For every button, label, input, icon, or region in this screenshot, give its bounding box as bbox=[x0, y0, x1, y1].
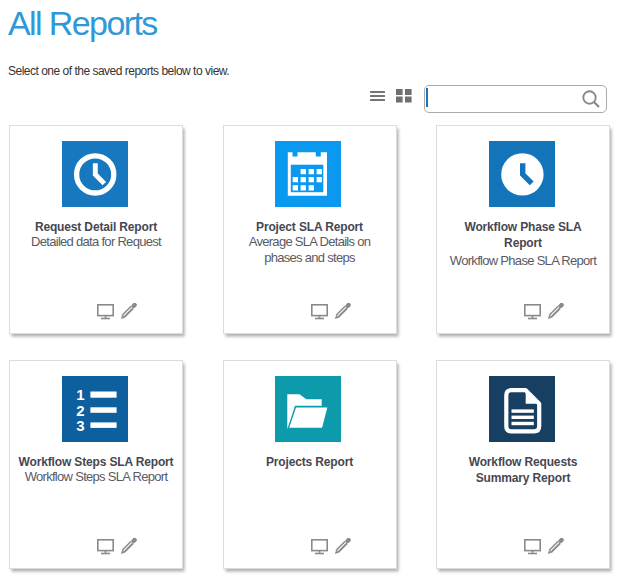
svg-text:3: 3 bbox=[76, 417, 84, 434]
svg-text:1: 1 bbox=[76, 386, 84, 403]
